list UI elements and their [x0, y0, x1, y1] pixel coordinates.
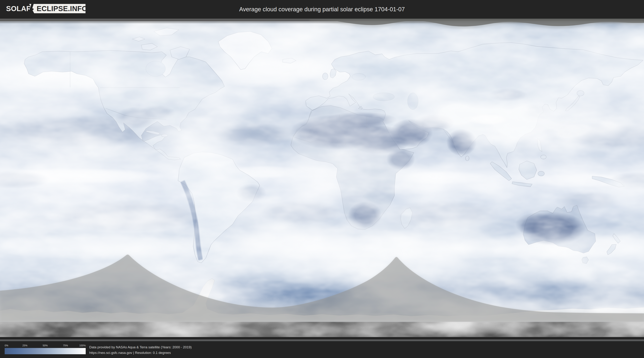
attribution-line2: https://neo.sci.gsfc.nasa.gov | Resoluti… — [89, 350, 192, 355]
legend-tick-75: 75% — [63, 344, 68, 347]
legend-tick-0: 0% — [5, 344, 8, 347]
top-bar: SOLAR ECLIPSE.INFO Average cloud coverag… — [0, 0, 644, 19]
page: SOLAR ECLIPSE.INFO Average cloud coverag… — [0, 0, 644, 358]
legend-tick-25: 25% — [22, 344, 27, 347]
attribution-line1: Data provided by NASAs Aqua & Terra sate… — [89, 344, 192, 350]
cloud-coverage-legend: 0% 25% 50% 75% 100% — [5, 344, 86, 354]
page-title: Average cloud coverage during partial so… — [0, 0, 644, 19]
legend-gradient-bar — [5, 348, 86, 354]
world-cloud-map-image — [0, 19, 644, 339]
world-cloud-map — [0, 19, 644, 339]
legend-tick-50: 50% — [42, 344, 48, 347]
legend-tick-100: 100% — [79, 344, 86, 347]
legend-tick-labels: 0% 25% 50% 75% 100% — [5, 344, 86, 347]
map-footer-divider — [0, 339, 644, 341]
data-attribution: Data provided by NASAs Aqua & Terra sate… — [89, 344, 192, 355]
footer-bar: 0% 25% 50% 75% 100% Data provided by NAS… — [0, 341, 644, 358]
